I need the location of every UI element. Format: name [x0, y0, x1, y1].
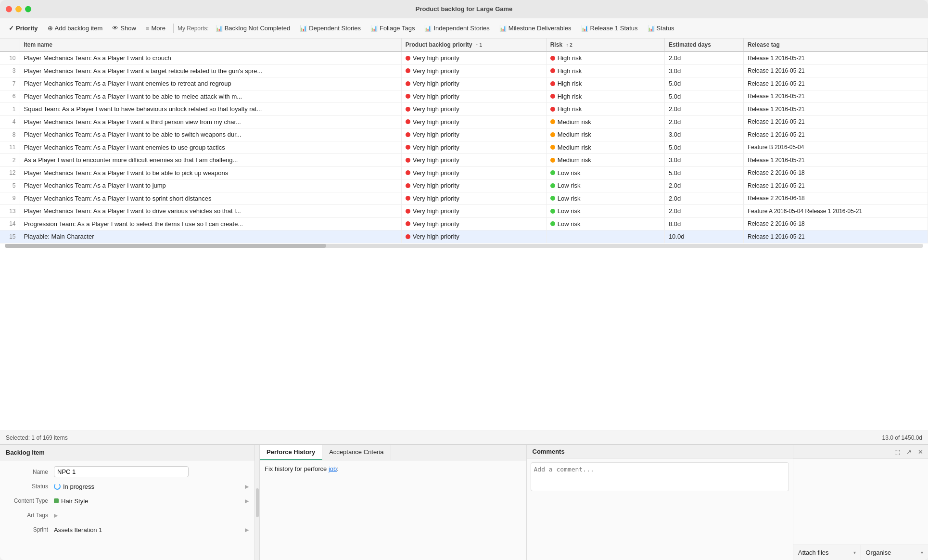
- row-number: 12: [0, 166, 20, 179]
- comments-header: Comments: [527, 445, 793, 458]
- external-link-icon[interactable]: ↗: [905, 448, 913, 456]
- row-days: 8.0d: [664, 217, 743, 230]
- row-release: Release 1 2016-05-21: [744, 128, 928, 141]
- report-status[interactable]: 📊 Status: [644, 23, 678, 34]
- sprint-chevron[interactable]: ▶: [245, 527, 249, 533]
- maximize-button[interactable]: [25, 6, 31, 12]
- content-type-icon: [54, 498, 59, 503]
- row-risk: High risk: [546, 51, 664, 64]
- priority-button[interactable]: ✓ Priority: [5, 23, 42, 34]
- table-row[interactable]: 4 Player Mechanics Team: As a Player I w…: [0, 115, 928, 128]
- close-button[interactable]: [6, 6, 12, 12]
- report-milestone[interactable]: 📊 Milestone Deliverables: [496, 23, 575, 34]
- col-header-name[interactable]: Item name: [20, 38, 401, 51]
- row-release: Release 1 2016-05-21: [744, 230, 928, 243]
- col-header-release[interactable]: Release tag: [744, 38, 928, 51]
- show-button[interactable]: 👁 Show: [108, 23, 140, 34]
- backlog-item-panel: Backlog item Name Status In progress ▶: [0, 445, 255, 560]
- content-type-row: Content Type Hair Style ▶: [0, 494, 254, 508]
- more-button[interactable]: ≡ More: [142, 23, 169, 34]
- close-panel-icon[interactable]: ✕: [916, 448, 924, 456]
- table-row[interactable]: 6 Player Mechanics Team: As a Player I w…: [0, 90, 928, 103]
- report-status-label: Status: [657, 25, 674, 32]
- col-header-days[interactable]: Estimated days: [664, 38, 743, 51]
- art-tags-chevron[interactable]: ▶: [54, 512, 58, 519]
- tab-acceptance[interactable]: Acceptance Criteria: [322, 445, 391, 460]
- art-tags-row: Art Tags ▶: [0, 508, 254, 522]
- row-days: 2.0d: [664, 205, 743, 218]
- table-row[interactable]: 9 Player Mechanics Team: As a Player I w…: [0, 192, 928, 205]
- chart-icon-7: 📊: [648, 25, 655, 32]
- list-icon: ≡: [146, 25, 150, 32]
- table-row[interactable]: 10 Player Mechanics Team: As a Player I …: [0, 51, 928, 64]
- row-number: 5: [0, 179, 20, 192]
- content-type-text: Hair Style: [61, 497, 88, 505]
- bottom-panel: Backlog item Name Status In progress ▶: [0, 445, 928, 560]
- table-row[interactable]: 8 Player Mechanics Team: As a Player I w…: [0, 128, 928, 141]
- table-row[interactable]: 13 Player Mechanics Team: As a Player I …: [0, 205, 928, 218]
- art-tags-value[interactable]: ▶: [54, 512, 249, 519]
- report-backlog[interactable]: 📊 Backlog Not Completed: [212, 23, 294, 34]
- attach-files-button[interactable]: Attach files ▾: [793, 545, 861, 560]
- app-window: Product backlog for Large Game ✓ Priorit…: [0, 0, 928, 560]
- row-number: 2: [0, 154, 20, 167]
- comments-body: [527, 458, 793, 560]
- row-priority: Very high priority: [401, 179, 546, 192]
- row-name: Player Mechanics Team: As a Player I wan…: [20, 51, 401, 64]
- report-release1[interactable]: 📊 Release 1 Status: [577, 23, 642, 34]
- comment-input[interactable]: [531, 462, 789, 491]
- perforce-link[interactable]: job: [329, 465, 337, 472]
- tab-perforce[interactable]: Perforce History: [260, 445, 322, 460]
- col-header-priority[interactable]: Product backlog priority ↑ 1: [401, 38, 546, 51]
- content-type-chevron[interactable]: ▶: [245, 498, 249, 504]
- name-row: Name: [0, 464, 254, 479]
- table-container[interactable]: Item name Product backlog priority ↑ 1 R…: [0, 38, 928, 431]
- content-type-value[interactable]: Hair Style ▶: [54, 497, 249, 505]
- row-days: 10.0d: [664, 230, 743, 243]
- add-backlog-button[interactable]: ⊕ Add backlog item: [44, 23, 107, 34]
- table-row[interactable]: 1 Squad Team: As a Player I want to have…: [0, 103, 928, 116]
- name-input[interactable]: [54, 466, 189, 477]
- row-release: Release 2 2016-06-18: [744, 166, 928, 179]
- status-value[interactable]: In progress ▶: [54, 483, 249, 490]
- organise-button[interactable]: Organise ▾: [861, 545, 928, 560]
- statusbar: Selected: 1 of 169 items 13.0 of 1450.0d: [0, 431, 928, 445]
- table-row[interactable]: 5 Player Mechanics Team: As a Player I w…: [0, 179, 928, 192]
- eye-icon: 👁: [112, 25, 118, 32]
- row-days: 5.0d: [664, 141, 743, 154]
- art-tags-label: Art Tags: [6, 512, 54, 519]
- table-row[interactable]: 14 Progression Team: As a Player I want …: [0, 217, 928, 230]
- table-row[interactable]: 11 Player Mechanics Team: As a Player I …: [0, 141, 928, 154]
- row-risk: Medium risk: [546, 154, 664, 167]
- status-text: In progress: [63, 483, 94, 490]
- row-name: Player Mechanics Team: As a Player I wan…: [20, 179, 401, 192]
- row-release: Feature A 2016-05-04 Release 1 2016-05-2…: [744, 205, 928, 218]
- col-header-risk[interactable]: Risk ↑ 2: [546, 38, 664, 51]
- scrollbar-horizontal[interactable]: [0, 243, 928, 248]
- row-number: 1: [0, 103, 20, 116]
- panel-scroll-handle[interactable]: [255, 445, 260, 560]
- row-release: Release 1 2016-05-21: [744, 51, 928, 64]
- report-foliage[interactable]: 📊 Foliage Tags: [367, 23, 419, 34]
- table-row[interactable]: 3 Player Mechanics Team: As a Player I w…: [0, 64, 928, 77]
- row-name: Playable: Main Character: [20, 230, 401, 243]
- status-chevron[interactable]: ▶: [245, 484, 249, 490]
- row-days: 2.0d: [664, 103, 743, 116]
- row-risk: Medium risk: [546, 128, 664, 141]
- minimize-button[interactable]: [15, 6, 22, 12]
- table-row[interactable]: 12 Player Mechanics Team: As a Player I …: [0, 166, 928, 179]
- table-row[interactable]: 7 Player Mechanics Team: As a Player I w…: [0, 77, 928, 90]
- perforce-tabs: Perforce History Acceptance Criteria: [260, 445, 526, 460]
- organise-label: Organise: [866, 549, 891, 556]
- row-risk: Low risk: [546, 205, 664, 218]
- sprint-value[interactable]: Assets Iteration 1 ▶: [54, 526, 249, 534]
- expand-icon[interactable]: ⬚: [893, 448, 901, 456]
- table-row[interactable]: 2 As a Player I want to encounter more d…: [0, 154, 928, 167]
- report-independent[interactable]: 📊 Independent Stories: [420, 23, 493, 34]
- chart-icon-3: 📊: [370, 25, 378, 32]
- priority-sort: ↑ 1: [476, 42, 482, 48]
- attach-dropdown-icon: ▾: [853, 550, 856, 555]
- row-risk: Medium risk: [546, 141, 664, 154]
- report-dependent[interactable]: 📊 Dependent Stories: [296, 23, 365, 34]
- table-row[interactable]: 15 Playable: Main Character Very high pr…: [0, 230, 928, 243]
